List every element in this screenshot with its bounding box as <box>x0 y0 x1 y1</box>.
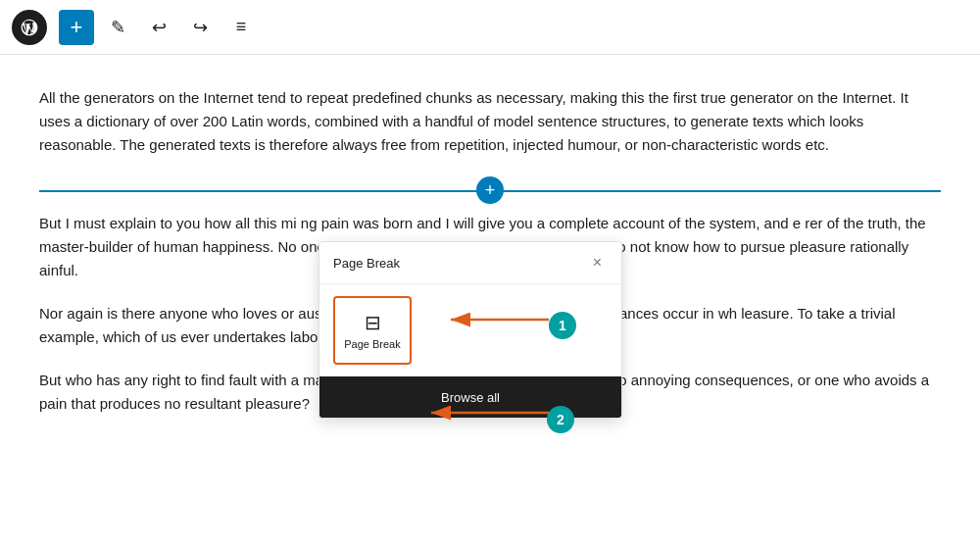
wp-logo-icon <box>12 10 47 45</box>
page-break-icon: ⊟ <box>365 311 381 334</box>
add-block-button[interactable]: + <box>59 10 94 45</box>
popup-title: Page Break <box>333 256 400 271</box>
popup-header: Page Break × <box>319 242 621 284</box>
paragraph-1: All the generators on the Internet tend … <box>39 86 941 157</box>
redo-button[interactable]: ↪ <box>182 10 218 45</box>
browse-all-label: Browse all <box>441 390 500 405</box>
popup-content: ⊟ Page Break <box>319 284 621 376</box>
browse-all-button[interactable]: Browse all <box>319 376 621 418</box>
editor-area: All the generators on the Internet tend … <box>0 55 980 549</box>
page-break-divider: + <box>39 176 941 204</box>
toolbar: + ✎ ↩ ↪ ≡ <box>0 0 980 55</box>
list-view-button[interactable]: ≡ <box>223 10 259 45</box>
block-item-label: Page Break <box>344 338 400 350</box>
popup-close-button[interactable]: × <box>587 252 608 274</box>
undo-button[interactable]: ↩ <box>141 10 176 45</box>
block-picker-popup: Page Break × ⊟ Page Break Browse all <box>318 241 622 419</box>
page-break-add-button[interactable]: + <box>476 176 504 204</box>
pen-button[interactable]: ✎ <box>100 10 135 45</box>
page-break-block-item[interactable]: ⊟ Page Break <box>333 296 412 365</box>
